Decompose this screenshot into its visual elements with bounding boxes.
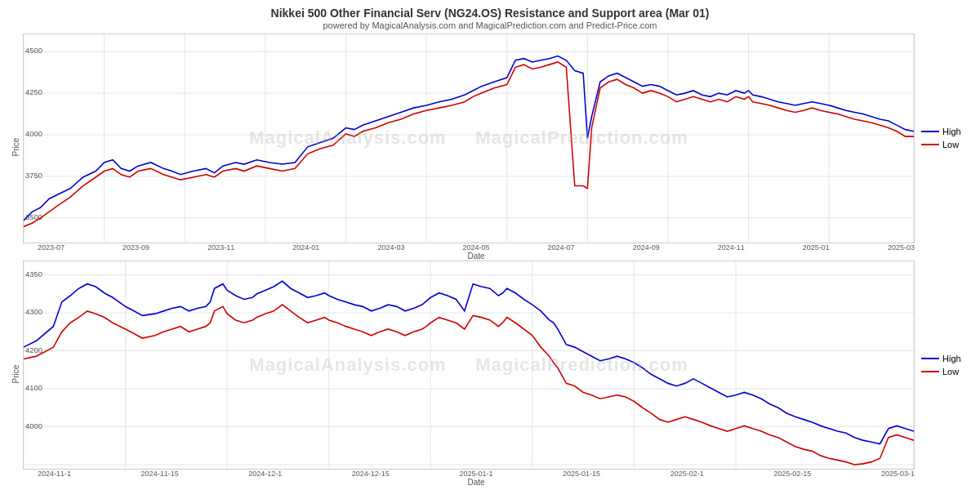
chart2-x-ticks: 2024-11-1 2024-11-15 2024-12-1 2024-12-1… (23, 470, 915, 478)
charts-wrapper: Price MagicalAnalysis.com MagicalPredict… (8, 33, 972, 487)
svg-text:4000: 4000 (25, 421, 42, 430)
chart1-low-line (921, 144, 939, 145)
chart2-svg: 4350 4300 4200 4100 4000 (24, 261, 914, 470)
chart2-low-label: Low (942, 367, 959, 376)
chart1-container: Price MagicalAnalysis.com MagicalPredict… (8, 33, 972, 261)
chart1-low-label: Low (942, 140, 959, 149)
page-subtitle: powered by MagicalAnalysis.com and Magic… (8, 20, 972, 30)
chart1-y-label: Price (8, 33, 23, 261)
chart2-container: Price MagicalAnalysis.com MagicalPredict… (8, 261, 972, 488)
chart2-y-label: Price (8, 261, 23, 488)
svg-text:4100: 4100 (25, 382, 42, 391)
chart1-legend: High Low (915, 33, 972, 243)
svg-text:4000: 4000 (25, 129, 42, 138)
chart2-legend-high: High (921, 354, 965, 363)
chart1-x-label: Date (23, 252, 915, 261)
chart1-x-ticks: 2023-07 2023-09 2023-11 2024-01 2024-03 … (23, 243, 915, 252)
svg-text:3750: 3750 (25, 171, 42, 180)
chart2-low-line (921, 371, 939, 372)
chart2-legend-low: Low (921, 367, 965, 376)
chart1-area: MagicalAnalysis.com MagicalPrediction.co… (23, 33, 915, 243)
chart1-high-label: High (942, 127, 961, 136)
chart2-x-label: Date (23, 478, 915, 487)
svg-text:4300: 4300 (25, 307, 42, 316)
chart1-high-line (921, 131, 939, 132)
chart2-high-line (921, 358, 939, 359)
svg-text:4200: 4200 (25, 345, 42, 354)
svg-text:4500: 4500 (25, 46, 42, 55)
page-container: Nikkei 500 Other Financial Serv (NG24.OS… (0, 0, 980, 490)
chart1-legend-high: High (921, 127, 965, 136)
chart2-high-label: High (942, 354, 961, 363)
page-title: Nikkei 500 Other Financial Serv (NG24.OS… (8, 7, 972, 20)
chart1-svg: 4500 4250 4000 3750 3500 (24, 34, 914, 243)
chart2-legend: High Low (915, 261, 972, 470)
svg-text:4250: 4250 (25, 87, 42, 96)
chart2-area: MagicalAnalysis.com MagicalPrediction.co… (23, 261, 915, 470)
chart1-legend-low: Low (921, 140, 965, 149)
svg-text:4350: 4350 (25, 269, 42, 278)
